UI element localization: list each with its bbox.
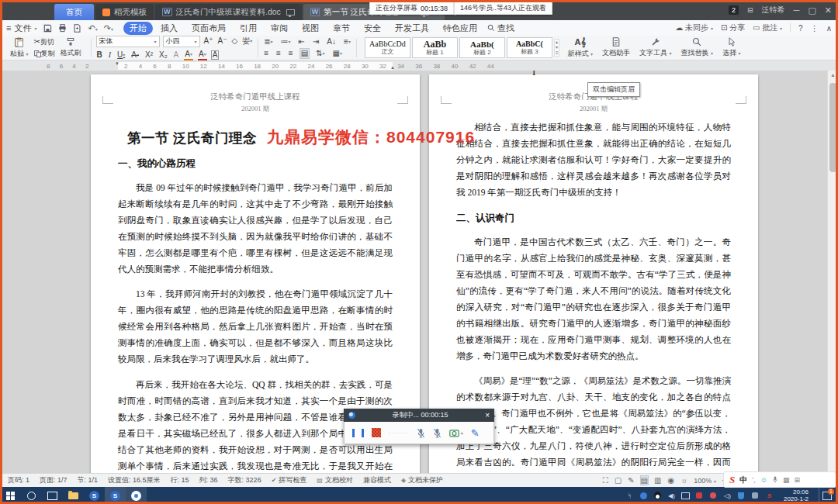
font-size-combo[interactable]: 小四▾ xyxy=(163,36,200,47)
menu-item-dev-tools[interactable]: 开发工具 xyxy=(389,22,435,35)
tab-templates[interactable]: 稻壳模板 xyxy=(95,4,154,20)
style-heading1[interactable]: AaBb 标题 1 xyxy=(412,37,458,58)
shading-button[interactable]: ▦▾ xyxy=(332,49,343,58)
misc-tray-icon[interactable] xyxy=(751,492,760,500)
character-border-button[interactable]: A xyxy=(212,51,219,59)
text-tools-button[interactable]: 文字工具 ▾ xyxy=(635,37,677,58)
shrink-font-button[interactable]: A⁻ xyxy=(216,36,227,46)
menu-item-section[interactable]: 章节 xyxy=(327,22,356,35)
line-spacing-button[interactable]: ⇅▾ xyxy=(315,49,325,58)
sogou-logo-icon[interactable]: S xyxy=(729,474,735,486)
drag-handle[interactable]: ······· xyxy=(389,430,409,437)
increase-indent-button[interactable]: ⇥ xyxy=(312,37,320,47)
voice-input-icon[interactable] xyxy=(772,475,778,484)
menu-item-page-layout[interactable]: 页面布局 xyxy=(185,22,232,35)
protect-status[interactable]: ◈文档未保护 xyxy=(401,475,443,485)
recorder-titlebar[interactable]: 录制中... 00:00:15 × xyxy=(344,409,494,422)
network-icon[interactable]: ᛋ xyxy=(625,492,634,500)
system-sound-icon[interactable] xyxy=(433,428,442,438)
fullscreen-view-icon[interactable]: ⛶ xyxy=(603,476,608,485)
task-view-button[interactable] xyxy=(42,487,63,504)
font-name-combo[interactable]: 宋体▾ xyxy=(96,36,160,47)
protect-view-icon[interactable]: ◉ xyxy=(667,476,674,485)
comment-button[interactable]: ▭ 批注 ▾ xyxy=(753,22,782,33)
doc-assistant-button[interactable]: 文档助手 xyxy=(597,37,635,58)
pause-recording-button[interactable] xyxy=(352,429,364,437)
file-explorer-button[interactable] xyxy=(63,487,84,504)
gallery-scroll[interactable]: ▴▾≡ xyxy=(554,39,560,57)
justify-button[interactable]: ▤ xyxy=(300,49,309,58)
menu-item-featured-apps[interactable]: 特色应用 xyxy=(437,22,483,35)
audio-device-icon[interactable]: ◁) xyxy=(723,492,732,500)
recorder-close-icon[interactable]: × xyxy=(485,411,490,419)
indent-marker-right[interactable]: ▲ xyxy=(390,65,395,70)
camera-toggle-button[interactable]: ▾ xyxy=(449,429,463,437)
app-blue-icon[interactable] xyxy=(639,492,648,500)
security-red-icon[interactable] xyxy=(695,492,704,500)
ink-view-icon[interactable]: ✎ xyxy=(628,476,634,485)
format-painter-button[interactable]: 格式刷 xyxy=(56,37,86,58)
minimize-button[interactable]: ─ xyxy=(794,5,800,15)
keyboard-icon[interactable]: ▦ xyxy=(783,476,790,484)
vertical-scrollbar[interactable]: ▲ xyxy=(827,71,838,474)
volume-icon[interactable]: ◀) xyxy=(667,492,676,500)
undo-icon[interactable]: ↶▾ xyxy=(88,23,97,33)
eye-protect-icon[interactable]: ☼ xyxy=(680,476,687,485)
close-button[interactable]: ✕ xyxy=(825,5,832,16)
bullet-list-button[interactable]: ≣▾ xyxy=(263,37,273,47)
camera-red-icon[interactable] xyxy=(709,492,718,500)
find-menu[interactable]: 查找 xyxy=(487,22,514,34)
find-replace-button[interactable]: 查找替换 ▾ xyxy=(676,37,718,58)
subscript-button[interactable]: X₂ xyxy=(158,50,168,60)
style-heading2[interactable]: AaBb( 标题 2 xyxy=(459,37,505,58)
stop-recording-button[interactable] xyxy=(372,428,381,437)
export-icon[interactable] xyxy=(73,24,81,33)
new-style-button[interactable]: A𝄞 新样式 ▾ xyxy=(563,37,597,59)
sogou-tray-icon[interactable]: S xyxy=(765,492,774,500)
cortana-search-button[interactable] xyxy=(21,487,42,504)
spell-check-toggle[interactable]: ✔拼写检查 xyxy=(272,475,307,485)
shield-blue-icon[interactable] xyxy=(737,492,746,500)
tab-home[interactable]: 首页 xyxy=(54,4,94,20)
menu-item-references[interactable]: 引用 xyxy=(234,22,263,35)
text-effects-button[interactable]: A xyxy=(173,50,180,60)
italic-button[interactable]: I xyxy=(108,50,112,60)
zoom-level[interactable]: 100% ▾ xyxy=(694,477,716,485)
qq-icon[interactable] xyxy=(653,492,662,500)
align-center-button[interactable]: ≡ xyxy=(275,49,282,58)
grow-font-button[interactable]: A⁺ xyxy=(203,36,214,46)
cut-button[interactable]: ✂ 剪切 xyxy=(33,37,55,47)
phonetic-guide-button[interactable]: 妛▾ xyxy=(241,36,253,46)
more-menu-icon[interactable]: ⋮ xyxy=(811,24,819,33)
notification-center-button[interactable]: 1 xyxy=(819,487,835,504)
align-right-button[interactable]: ≡ xyxy=(288,49,294,58)
copy-button[interactable]: 复制 xyxy=(33,49,56,58)
annotate-pen-button[interactable]: ✎ xyxy=(471,427,480,439)
device-icon[interactable] xyxy=(681,492,690,500)
read-view-icon[interactable]: ▤ xyxy=(641,476,648,485)
start-button[interactable] xyxy=(0,487,21,504)
app-recorder-button[interactable] xyxy=(105,487,126,504)
save-icon[interactable] xyxy=(43,24,52,33)
collapse-ribbon-icon[interactable]: ∧ xyxy=(826,24,832,33)
show-marks-button[interactable]: ≡▾ xyxy=(343,37,351,47)
app-wps-button[interactable] xyxy=(84,487,105,504)
proofread-toggle[interactable]: ▤文档校对 xyxy=(317,475,353,485)
message-count-badge[interactable]: 2 xyxy=(729,5,739,15)
sync-status[interactable]: ☁ 未同步 ▾ xyxy=(675,22,713,33)
scroll-up-arrow[interactable]: ▲ xyxy=(830,72,836,78)
menu-item-insert[interactable]: 插入 xyxy=(154,22,184,35)
taskbar-clock[interactable]: 20:06 2020-1-2 xyxy=(779,488,813,502)
menu-item-home[interactable]: 开始 xyxy=(123,22,153,35)
help-button[interactable]: ? xyxy=(798,24,803,33)
strikethrough-button[interactable]: A▾ xyxy=(130,50,140,60)
account-name[interactable]: 泛特希 xyxy=(762,5,785,16)
align-left-button[interactable]: ≡ xyxy=(263,49,269,58)
ime-language-mode[interactable]: 中 xyxy=(739,475,747,485)
emoji-icon[interactable]: ☺ xyxy=(760,476,767,484)
style-normal[interactable]: AaBbCcDd 正文 xyxy=(365,37,410,58)
outline-view-icon[interactable]: ▥ xyxy=(654,476,661,485)
font-color-button[interactable]: A▾ xyxy=(198,50,207,60)
file-menu[interactable]: ≡ 文件 ▾ xyxy=(6,22,36,34)
punctuation-icon[interactable]: ’, xyxy=(752,476,756,484)
